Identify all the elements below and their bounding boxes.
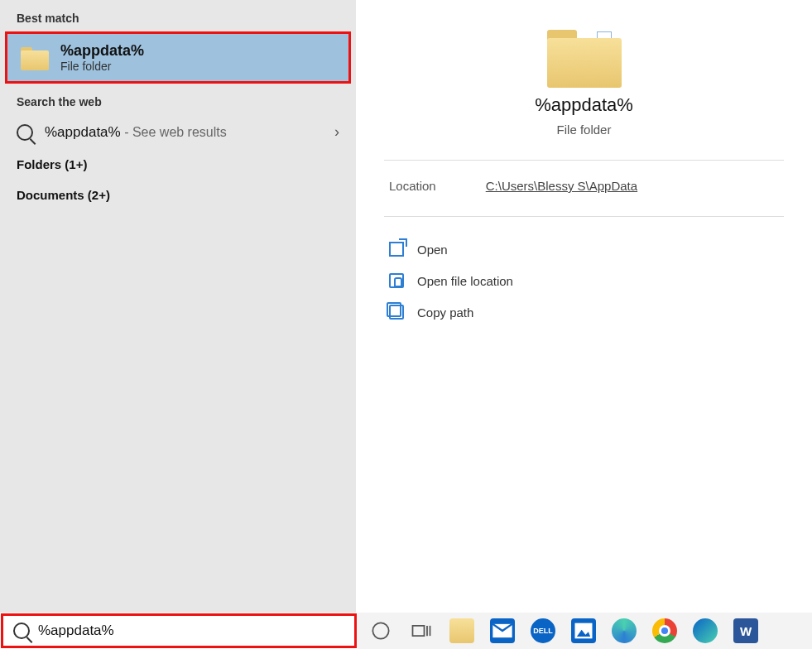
pictures-button[interactable]: [567, 614, 600, 647]
word-button[interactable]: W: [729, 614, 762, 647]
copy-icon: [389, 305, 404, 320]
dell-app-button[interactable]: DELL: [526, 614, 560, 647]
taskbar-search-box[interactable]: [1, 613, 357, 648]
chevron-right-icon: ›: [334, 123, 339, 141]
divider: [384, 216, 784, 217]
svg-rect-1: [413, 626, 425, 636]
best-match-title: %appdata%: [60, 42, 144, 60]
divider: [384, 160, 784, 161]
action-open-location-label: Open file location: [417, 274, 513, 288]
web-result-row[interactable]: %appdata% - See web results ›: [0, 115, 356, 149]
folder-icon: [21, 46, 49, 70]
hero: %appdata% File folder: [384, 25, 784, 160]
taskbar: DELL W: [0, 613, 812, 649]
best-match-result[interactable]: %appdata% File folder: [5, 31, 351, 84]
svg-point-0: [372, 623, 388, 638]
action-open[interactable]: Open: [384, 235, 784, 263]
web-hint: - See web results: [121, 125, 227, 139]
search-icon: [17, 124, 33, 141]
location-label: Location: [389, 179, 436, 193]
best-match-header: Best match: [0, 0, 356, 31]
web-result-left: %appdata% - See web results: [17, 124, 227, 141]
cortana-button[interactable]: [364, 614, 397, 647]
action-open-label: Open: [417, 243, 448, 257]
details-column: %appdata% File folder Location C:\Users\…: [356, 0, 812, 613]
file-explorer-button[interactable]: [445, 614, 478, 647]
action-copy-path-label: Copy path: [417, 305, 473, 320]
details-subtitle: File folder: [557, 123, 612, 137]
folder-icon: [547, 25, 622, 88]
taskbar-tray: DELL W: [358, 613, 812, 649]
details-inner: %appdata% File folder Location C:\Users\…: [356, 0, 812, 326]
action-open-file-location[interactable]: Open file location: [384, 267, 784, 295]
details-title: %appdata%: [535, 94, 633, 116]
location-path-link[interactable]: C:\Users\Blessy S\AppData: [486, 179, 637, 193]
windows-search-panel: Best match %appdata% File folder Search …: [0, 0, 812, 649]
documents-category[interactable]: Documents (2+): [0, 180, 356, 210]
location-icon: [389, 273, 404, 288]
edge-classic-button[interactable]: [608, 614, 641, 647]
task-view-button[interactable]: [405, 614, 438, 647]
folders-category[interactable]: Folders (1+): [0, 149, 356, 180]
search-icon: [13, 623, 30, 639]
search-web-header: Search the web: [0, 84, 356, 115]
best-match-texts: %appdata% File folder: [60, 42, 144, 73]
web-result-text: %appdata% - See web results: [45, 124, 227, 141]
actions-list: Open Open file location Copy path: [384, 235, 784, 326]
mail-button[interactable]: [486, 614, 519, 647]
results-column: Best match %appdata% File folder Search …: [0, 0, 356, 613]
chrome-button[interactable]: [648, 614, 681, 647]
action-copy-path[interactable]: Copy path: [384, 298, 784, 326]
web-term: %appdata%: [45, 124, 121, 140]
edge-button[interactable]: [689, 614, 722, 647]
search-input[interactable]: [38, 623, 344, 639]
location-row: Location C:\Users\Blessy S\AppData: [384, 179, 784, 216]
open-icon: [389, 242, 404, 257]
best-match-subtitle: File folder: [60, 60, 144, 73]
main-area: Best match %appdata% File folder Search …: [0, 0, 812, 613]
